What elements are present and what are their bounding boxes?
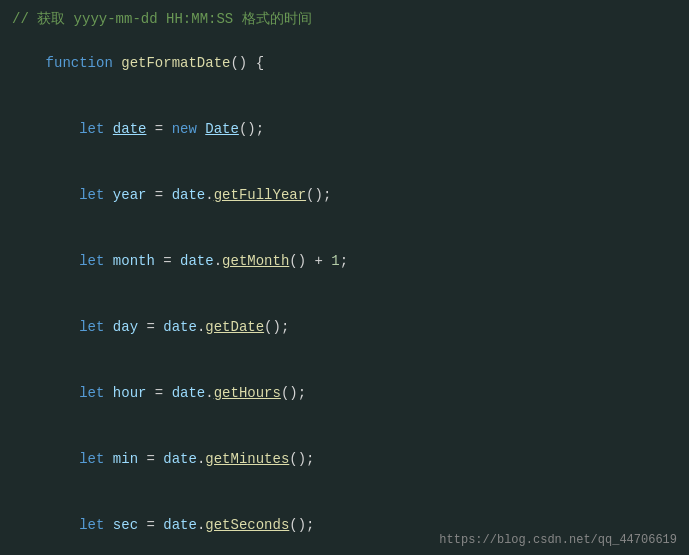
method-gethours: getHours [214,385,281,401]
code-line-day: let day = date.getDate(); [0,294,689,360]
code-line-month: let month = date.getMonth() + 1; [0,228,689,294]
comment-line-1: // 获取 yyyy-mm-dd HH:MM:SS 格式的时间 [0,8,689,30]
method-getfullyear: getFullYear [214,187,306,203]
code-editor: // 获取 yyyy-mm-dd HH:MM:SS 格式的时间 function… [0,0,689,555]
kw-let-2: let [46,187,113,203]
kw-let-1: let [46,121,113,137]
var-hour: hour [113,385,147,401]
class-date: Date [205,121,239,137]
code-line-hour: let hour = date.getHours(); [0,360,689,426]
code-line-min: let min = date.getMinutes(); [0,426,689,492]
var-date: date [113,121,147,137]
var-min: min [113,451,138,467]
code-line-year: let year = date.getFullYear(); [0,162,689,228]
method-getminutes: getMinutes [205,451,289,467]
footer-link: https://blog.csdn.net/qq_44706619 [439,533,677,547]
method-getmonth: getMonth [222,253,289,269]
var-day: day [113,319,138,335]
method-getseconds: getSeconds [205,517,289,533]
keyword-function: function [46,55,122,71]
var-year: year [113,187,147,203]
func-declaration: function getFormatDate() { [0,30,689,96]
var-month: month [113,253,155,269]
func-parens: () { [230,55,264,71]
method-getdate: getDate [205,319,264,335]
var-sec: sec [113,517,138,533]
code-line-date: let date = new Date(); [0,96,689,162]
func-name: getFormatDate [121,55,230,71]
